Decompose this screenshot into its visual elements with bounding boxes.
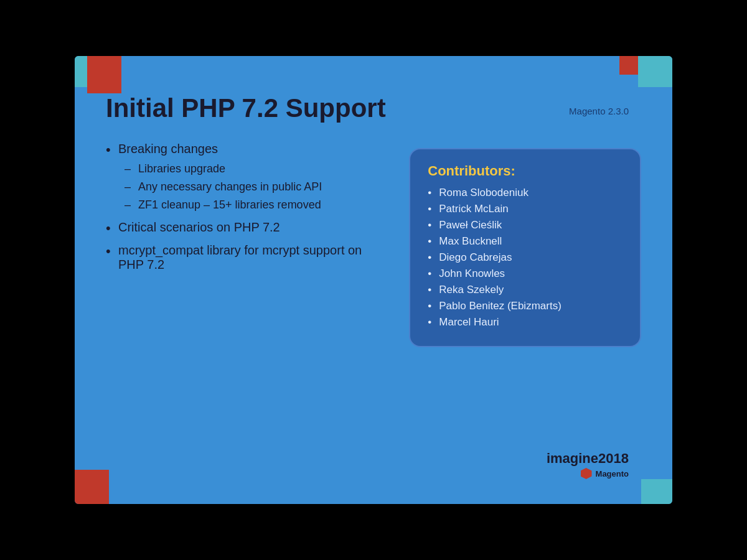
branding: imagine2018 Magento <box>547 450 629 479</box>
contributor-7: Pablo Benitez (Ebizmarts) <box>428 300 622 312</box>
sub-item-api: Any necessary changes in public API <box>125 180 384 194</box>
slide-title: Initial PHP 7.2 Support <box>106 93 641 123</box>
slide: Magento 2.3.0 Initial PHP 7.2 Support Br… <box>75 56 672 504</box>
left-column: Breaking changes Libraries upgrade Any n… <box>106 142 384 347</box>
year-text: 2018 <box>598 450 629 466</box>
contributor-3: Max Bucknell <box>428 235 622 248</box>
version-tag: Magento 2.3.0 <box>569 106 629 116</box>
contributor-8: Marcel Hauri <box>428 316 622 329</box>
screen-container: Magento 2.3.0 Initial PHP 7.2 Support Br… <box>75 56 672 504</box>
magento-logo-icon <box>581 468 592 479</box>
contributor-0: Roma Slobodeniuk <box>428 187 622 199</box>
contributors-box: Contributors: Roma Slobodeniuk Patrick M… <box>409 148 641 347</box>
contributor-1: Patrick McLain <box>428 203 622 215</box>
contributors-list: Roma Slobodeniuk Patrick McLain Paweł Ci… <box>428 187 622 329</box>
contributor-2: Paweł Cieślik <box>428 219 622 231</box>
contributor-6: Reka Szekely <box>428 284 622 296</box>
bullet-critical-scenarios: Critical scenarios on PHP 7.2 <box>106 220 384 235</box>
magento-branding: Magento <box>581 468 629 479</box>
sub-list-breaking: Libraries upgrade Any necessary changes … <box>125 162 384 212</box>
sub-item-libraries: Libraries upgrade <box>125 162 384 175</box>
main-bullet-list: Breaking changes Libraries upgrade Any n… <box>106 142 384 272</box>
contributor-5: John Knowles <box>428 268 622 280</box>
bullet-breaking-changes: Breaking changes Libraries upgrade Any n… <box>106 142 384 212</box>
right-column: Contributors: Roma Slobodeniuk Patrick M… <box>409 142 641 347</box>
sub-item-zf1: ZF1 cleanup – 15+ libraries removed <box>125 198 384 212</box>
imagine-text: imagine2018 <box>547 450 629 467</box>
contributors-title: Contributors: <box>428 163 622 179</box>
bullet-mcrypt: mcrypt_compat library for mcrypt support… <box>106 243 384 272</box>
contributor-4: Diego Cabrejas <box>428 251 622 264</box>
main-layout: Breaking changes Libraries upgrade Any n… <box>106 142 641 347</box>
slide-content: Magento 2.3.0 Initial PHP 7.2 Support Br… <box>106 93 641 492</box>
